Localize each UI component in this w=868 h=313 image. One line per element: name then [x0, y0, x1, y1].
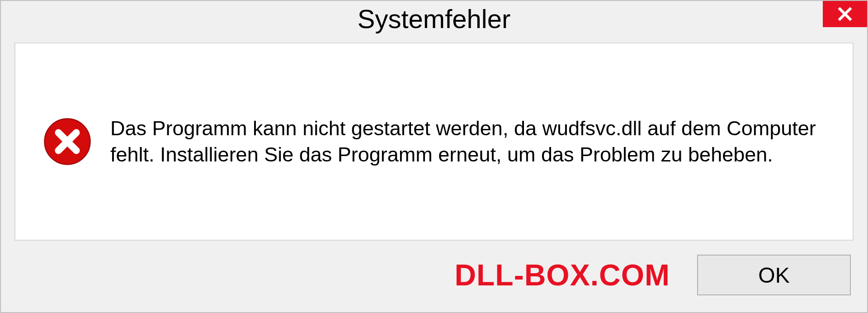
close-button[interactable]	[823, 1, 867, 27]
dialog-title: Systemfehler	[358, 4, 510, 34]
error-icon	[42, 117, 92, 166]
error-message: Das Programm kann nicht gestartet werden…	[110, 115, 826, 168]
ok-button[interactable]: OK	[697, 255, 851, 295]
close-icon	[837, 6, 853, 22]
bottom-bar: DLL-BOX.COM OK	[1, 249, 867, 312]
watermark-text: DLL-BOX.COM	[454, 258, 670, 292]
error-dialog: Systemfehler Das Programm kann nicht ges…	[0, 0, 868, 313]
titlebar: Systemfehler	[1, 1, 867, 43]
content-panel: Das Programm kann nicht gestartet werden…	[14, 43, 854, 241]
